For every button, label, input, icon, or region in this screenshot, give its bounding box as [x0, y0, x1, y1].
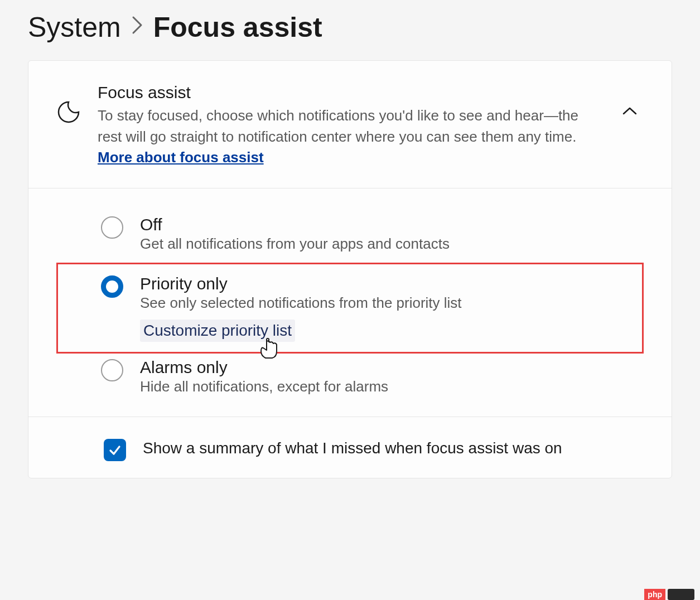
option-alarms-desc: Hide all notifications, except for alarm… — [140, 378, 599, 395]
option-off-title: Off — [140, 215, 599, 234]
chevron-right-icon — [131, 15, 143, 40]
watermark-badge — [668, 589, 694, 600]
summary-label: Show a summary of what I missed when foc… — [143, 437, 644, 460]
option-priority[interactable]: Priority only See only selected notifica… — [56, 263, 644, 354]
breadcrumb-parent[interactable]: System — [28, 11, 121, 43]
option-off-text: Off Get all notifications from your apps… — [140, 215, 599, 253]
breadcrumb-current: Focus assist — [153, 11, 322, 43]
summary-checkbox[interactable] — [104, 439, 126, 461]
header-text: Focus assist To stay focused, choose whi… — [98, 83, 605, 168]
option-off-desc: Get all notifications from your apps and… — [140, 235, 599, 253]
check-icon — [108, 443, 122, 457]
option-alarms-text: Alarms only Hide all notifications, exce… — [140, 358, 599, 395]
option-priority-desc: See only selected notifications from the… — [140, 294, 599, 312]
option-off[interactable]: Off Get all notifications from your apps… — [56, 205, 644, 263]
option-alarms[interactable]: Alarms only Hide all notifications, exce… — [56, 354, 644, 405]
more-about-link[interactable]: More about focus assist — [98, 149, 264, 166]
header-description: To stay focused, choose which notificati… — [98, 105, 605, 168]
options-group: Off Get all notifications from your apps… — [28, 188, 672, 417]
option-alarms-title: Alarms only — [140, 358, 599, 377]
summary-row[interactable]: Show a summary of what I missed when foc… — [28, 417, 672, 478]
customize-priority-link[interactable]: Customize priority list — [140, 320, 295, 342]
card-header[interactable]: Focus assist To stay focused, choose whi… — [28, 61, 672, 188]
watermark-text: php — [644, 589, 665, 600]
breadcrumb: System Focus assist — [28, 11, 689, 43]
radio-alarms[interactable] — [101, 359, 123, 381]
radio-off[interactable] — [101, 216, 123, 239]
radio-priority[interactable] — [101, 275, 123, 298]
option-priority-text: Priority only See only selected notifica… — [140, 274, 599, 342]
header-title: Focus assist — [98, 83, 605, 102]
settings-card: Focus assist To stay focused, choose whi… — [28, 60, 672, 478]
watermark: php — [644, 589, 694, 600]
header-description-text: To stay focused, choose which notificati… — [98, 107, 578, 145]
option-priority-title: Priority only — [140, 274, 599, 293]
moon-icon — [56, 100, 81, 127]
chevron-up-icon[interactable] — [621, 105, 638, 119]
